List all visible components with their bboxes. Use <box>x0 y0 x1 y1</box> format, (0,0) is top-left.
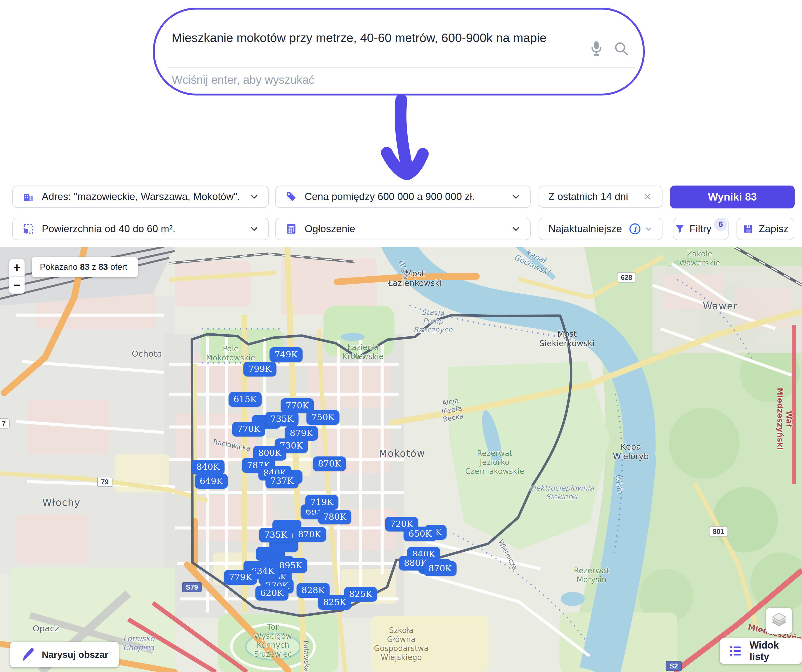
chevron-down-icon <box>645 225 653 233</box>
price-marker[interactable]: 620K <box>255 586 289 601</box>
list-view-label: Widok listy <box>750 640 793 662</box>
road-ref-badge: S2 <box>666 661 682 671</box>
results-button[interactable]: Wyniki 83 <box>670 186 795 208</box>
listing-icon <box>285 223 298 235</box>
price-marker[interactable]: 770K <box>232 422 265 436</box>
filter-label: Ogłoszenie <box>305 223 355 235</box>
price-marker[interactable]: 749K <box>270 347 303 362</box>
price-marker[interactable]: 735K <box>259 528 293 543</box>
funnel-icon <box>674 223 685 234</box>
list-icon <box>729 643 742 659</box>
down-arrow-annotation <box>380 95 429 185</box>
filter-label: Z ostatnich 14 dni <box>548 191 628 202</box>
price-marker[interactable]: 799K <box>244 362 276 376</box>
price-marker[interactable]: 737K <box>265 474 299 488</box>
save-search-button[interactable]: Zapisz <box>736 218 794 240</box>
price-marker[interactable]: 779K <box>224 570 257 585</box>
building-icon <box>22 191 35 203</box>
zoom-in-button[interactable]: + <box>9 259 24 276</box>
map-zoom-control: + − <box>9 259 24 294</box>
chevron-down-icon <box>511 192 521 202</box>
road-ref-badge: 801 <box>709 527 728 537</box>
map-canvas[interactable]: OchotaPole MokotowskieŁazienki Królewski… <box>0 247 802 672</box>
close-icon[interactable] <box>642 192 653 202</box>
price-marker[interactable]: 649K <box>195 474 228 489</box>
price-marker[interactable]: 840K <box>192 460 225 475</box>
price-marker[interactable]: 750K <box>307 410 340 425</box>
sort-dropdown[interactable]: Najaktualniejsze i <box>538 218 663 240</box>
pen-icon <box>21 648 35 662</box>
filter-chip-price[interactable]: Cena pomiędzy 600 000 a 900 000 zł. <box>275 186 531 208</box>
road-ref-badge: 628 <box>617 273 636 283</box>
filter-label: Powierzchnia od 40 do 60 m². <box>42 223 176 235</box>
filter-chip-last-days[interactable]: Z ostatnich 14 dni <box>538 186 663 208</box>
banner-text: ofert <box>110 262 127 272</box>
microphone-icon[interactable] <box>589 40 604 57</box>
price-marker[interactable]: 870K <box>293 527 326 542</box>
road-ref-badge: S79 <box>182 582 202 592</box>
road-ref-badge: 7 <box>0 418 10 429</box>
filter-chip-address[interactable]: Adres: "mazowieckie, Warszawa, Mokotów". <box>12 186 269 208</box>
layers-icon <box>770 612 788 630</box>
banner-text: z <box>92 262 96 272</box>
price-marker[interactable]: 870K <box>424 561 457 576</box>
search-input[interactable]: Mieszkanie mokotów przy metrze, 40-60 me… <box>172 10 561 66</box>
filter-chip-listing-type[interactable]: Ogłoszenie <box>275 218 531 240</box>
price-marker[interactable]: 735K <box>265 412 299 426</box>
price-marker[interactable]: 615K <box>229 392 262 407</box>
chevron-down-icon <box>249 192 259 202</box>
zoom-out-button[interactable]: − <box>9 277 24 294</box>
svg-text:i: i <box>634 225 637 233</box>
price-marker[interactable]: 780K <box>318 510 351 524</box>
draw-area-button[interactable]: Narysuj obszar <box>10 642 119 667</box>
filter-label: Cena pomiędzy 600 000 a 900 000 zł. <box>305 191 475 202</box>
price-tag-icon <box>285 191 298 203</box>
price-marker[interactable]: 719K <box>306 495 338 510</box>
results-count-banner: Pokazano 83 z 83 ofert <box>32 257 138 277</box>
draw-area-label: Narysuj obszar <box>42 649 108 660</box>
banner-text: Pokazano <box>40 262 78 272</box>
chevron-down-icon <box>511 224 521 234</box>
price-marker[interactable]: 870K <box>313 456 346 471</box>
filters-label: Filtry <box>690 223 711 235</box>
total-count: 83 <box>99 262 108 272</box>
search-hint: Wciśnij enter, aby wyszukać <box>172 68 314 92</box>
shown-count: 83 <box>80 262 89 272</box>
filters-button[interactable]: Filtry 6 <box>673 218 729 240</box>
info-icon[interactable]: i <box>629 223 641 235</box>
filter-chip-area[interactable]: Powierzchnia od 40 do 60 m². <box>12 218 269 240</box>
map-layers-button[interactable] <box>766 607 792 634</box>
filters-count-badge: 6 <box>714 218 727 231</box>
chevron-down-icon <box>249 224 259 234</box>
save-icon <box>742 223 754 235</box>
road-ref-badge: 79 <box>97 477 112 487</box>
search-icon[interactable] <box>613 40 629 57</box>
search-box[interactable]: Mieszkanie mokotów przy metrze, 40-60 me… <box>153 8 645 95</box>
sort-label: Najaktualniejsze <box>548 223 622 235</box>
price-marker[interactable]: 825K <box>318 595 351 610</box>
price-marker[interactable]: 650K <box>404 527 437 541</box>
filter-label: Adres: "mazowieckie, Warszawa, Mokotów". <box>42 191 240 202</box>
list-view-button[interactable]: Widok listy <box>720 638 802 664</box>
map-tiles <box>0 247 802 672</box>
save-label: Zapisz <box>759 223 789 235</box>
area-icon <box>22 223 35 235</box>
